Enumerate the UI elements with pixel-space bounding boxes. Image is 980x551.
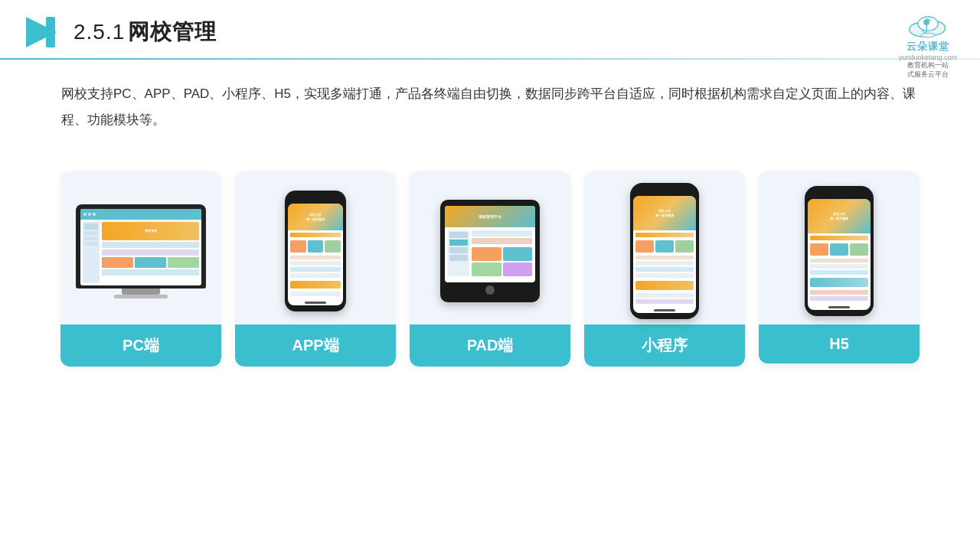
miniapp-label: 小程序 [584, 324, 745, 367]
pad-image-area: 课程管理平台 [410, 171, 570, 324]
cloud-icon [906, 11, 949, 38]
page-title: 2.5.1网校管理 [74, 18, 217, 47]
device-card-miniapp: 职达人的第一堂判题课 [584, 171, 745, 367]
miniapp-mockup: 职达人的第一堂判题课 [630, 183, 699, 319]
svg-point-7 [921, 33, 936, 37]
device-card-pc: 课程管理 [60, 171, 221, 367]
header: 2.5.1网校管理 云朵课堂 yunduoketang.com 教育机构一站式服… [0, 0, 980, 58]
pc-mockup: 课程管理 [76, 204, 206, 298]
description-text: 网校支持PC、APP、PAD、小程序、H5，实现多端打通，产品各终端自由切换，数… [0, 60, 980, 141]
pad-mockup: 课程管理平台 [440, 200, 540, 302]
miniapp-image-area: 职达人的第一堂判题课 [584, 171, 745, 324]
device-card-pad: 课程管理平台 [410, 171, 570, 367]
logo-icon [23, 14, 60, 51]
device-cards-area: 课程管理 [0, 148, 980, 382]
h5-mockup: 职达人的第一堂判题课 [805, 186, 874, 316]
device-card-h5: 职达人的第一堂判题课 [759, 171, 920, 367]
pc-image-area: 课程管理 [60, 171, 221, 324]
brand-logo: 云朵课堂 yunduoketang.com 教育机构一站式服务云平台 [899, 11, 957, 79]
device-card-app: 职达人的第一堂判题课 [235, 171, 396, 367]
app-label: APP端 [235, 324, 396, 367]
app-mockup: 职达人的第一堂判题课 [285, 191, 346, 311]
pc-label: PC端 [60, 324, 221, 367]
h5-label: H5 [759, 324, 920, 364]
pad-label: PAD端 [410, 324, 570, 367]
app-image-area: 职达人的第一堂判题课 [235, 171, 396, 324]
svg-rect-1 [46, 17, 55, 47]
h5-image-area: 职达人的第一堂判题课 [759, 171, 920, 324]
